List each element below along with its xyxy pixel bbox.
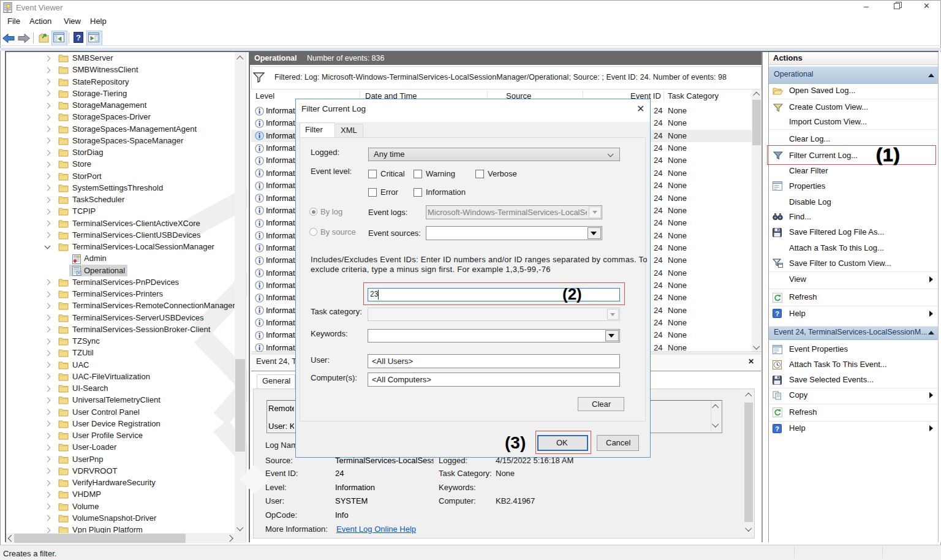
svg-text:?: ? — [775, 425, 779, 432]
svg-text:?: ? — [76, 33, 81, 42]
svg-text:?: ? — [775, 310, 779, 317]
